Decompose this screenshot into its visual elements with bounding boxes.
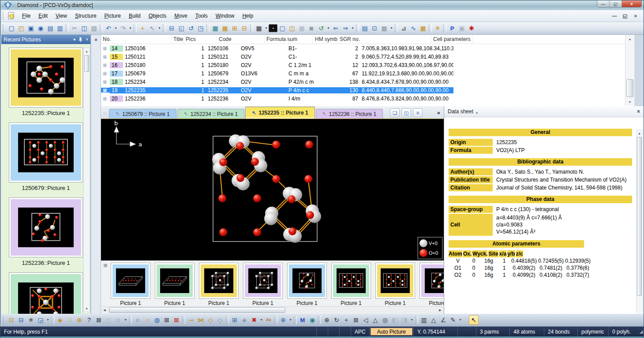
close-button[interactable]: × bbox=[622, 0, 641, 7]
undo-icon[interactable]: ↶ bbox=[104, 23, 113, 33]
tray-picture-item[interactable]: Picture 1 bbox=[287, 263, 327, 306]
copy-icon[interactable]: ◫ bbox=[79, 23, 89, 33]
scale-icon[interactable]: ⊠ bbox=[351, 315, 361, 325]
atom-design-icon[interactable]: ◈ bbox=[55, 315, 65, 325]
select-caret-icon[interactable]: ▾ bbox=[157, 23, 162, 33]
scroll-up-icon[interactable]: ▲ bbox=[84, 48, 90, 54]
redo-caret-icon[interactable]: ▾ bbox=[128, 23, 133, 33]
scroll-down-icon[interactable]: ▼ bbox=[625, 98, 634, 105]
menu-item[interactable]: Help bbox=[238, 11, 257, 20]
fragment-icon[interactable]: ◻ bbox=[104, 315, 113, 325]
cut-icon[interactable]: ✂ bbox=[70, 23, 79, 33]
column-header[interactable]: Pics bbox=[184, 35, 217, 44]
dotted-sphere-icon[interactable]: ◌ bbox=[113, 315, 123, 325]
panel-close-icon[interactable]: × bbox=[86, 37, 88, 42]
scrollbar-thumb[interactable] bbox=[626, 79, 633, 97]
save-icon[interactable]: ▣ bbox=[26, 23, 36, 33]
edit-comment-icon[interactable]: ⊟ bbox=[16, 315, 26, 325]
new-picture-tab-button[interactable]: ❏ bbox=[390, 108, 400, 117]
data-grid-icon[interactable]: ▦ bbox=[254, 23, 264, 33]
recent-picture-item[interactable]: 1252236::Picture 1 bbox=[9, 197, 83, 266]
render-icon[interactable]: ◉ bbox=[307, 315, 317, 325]
table-view-caret-icon[interactable]: ▾ bbox=[389, 23, 394, 33]
column-header[interactable]: Formula sum bbox=[265, 35, 313, 44]
structure-row[interactable]: ▦ 15 1250121 1 1250121 O2V C1- 2 9.060,5… bbox=[101, 52, 634, 61]
table-import-icon[interactable]: ⊞ bbox=[230, 23, 240, 33]
color-caret-icon[interactable]: ▾ bbox=[288, 315, 293, 325]
find-icon[interactable]: ◉ bbox=[36, 23, 45, 33]
undo-caret-icon[interactable]: ▾ bbox=[113, 23, 118, 33]
picture-thumbnail-icon[interactable]: ▪ bbox=[269, 24, 277, 32]
structure-row[interactable]: ▦ 14 1250106 1 1250106 O9V5 B1- 2 7.005,… bbox=[101, 44, 634, 52]
scroll-down-icon[interactable]: ▼ bbox=[84, 305, 90, 312]
fly-icon[interactable]: ◨ bbox=[400, 315, 409, 325]
new-document-icon[interactable]: ▢ bbox=[7, 23, 16, 33]
recent-list-scrollbar[interactable]: ▲ ▼ bbox=[83, 48, 90, 312]
scrollbar-thumb[interactable] bbox=[84, 55, 89, 72]
data-sheet-header[interactable]: Data sheet ▾ × bbox=[444, 106, 644, 117]
color-scheme-icon[interactable]: ⊕ bbox=[278, 315, 288, 325]
next-caret-icon[interactable]: ▾ bbox=[350, 23, 355, 33]
picture-pane-icon[interactable]: ◱ bbox=[176, 23, 186, 33]
datasheet-view-icon[interactable]: ▤ bbox=[360, 23, 370, 33]
table-green-icon[interactable]: ▦ bbox=[210, 23, 220, 33]
cell-hexagon-filled-icon[interactable]: ○ bbox=[142, 315, 152, 325]
polyhedron-add-icon[interactable]: ◇ bbox=[206, 315, 215, 325]
structure-row[interactable]: ▦ 20 1252236 1 1252236 O2V I 4/m 87 8.47… bbox=[101, 94, 634, 103]
new-picture-icon[interactable]: ▢ bbox=[277, 23, 287, 33]
pack-cell-icon[interactable]: ◍ bbox=[152, 315, 162, 325]
dihedral-measure-icon[interactable]: ∠ bbox=[438, 315, 448, 325]
picture-properties-icon[interactable]: ⊡ bbox=[7, 315, 16, 325]
cell-hexagon-icon[interactable]: ○ bbox=[133, 315, 142, 325]
camera-icon[interactable]: ▣ bbox=[457, 23, 467, 33]
document-icon[interactable] bbox=[7, 12, 15, 20]
print-preview-icon[interactable]: ▤ bbox=[45, 23, 55, 33]
fill-cell-icon[interactable]: ⊠ bbox=[162, 315, 172, 325]
table-view-icon[interactable]: ▦ bbox=[379, 23, 389, 33]
column-header[interactable]: No. bbox=[101, 35, 172, 44]
fe-label-icon[interactable]: Fe bbox=[264, 315, 273, 325]
picture-tab[interactable]: ↖ 1252236 :: Picture 1 bbox=[316, 109, 383, 119]
column-header[interactable]: SGR no. bbox=[338, 35, 431, 44]
translate-icon[interactable]: ⊕ bbox=[322, 315, 332, 325]
scroll-left-icon[interactable]: ◀ bbox=[101, 307, 108, 313]
tray-picture-item[interactable]: Picture 1 bbox=[199, 263, 239, 306]
scrollbar-thumb[interactable] bbox=[637, 137, 642, 296]
spin-icon[interactable]: △ bbox=[371, 315, 380, 325]
tray-picture-item[interactable]: Picture 1 bbox=[375, 263, 415, 306]
recent-picture-item[interactable] bbox=[9, 272, 83, 314]
gallery-icon[interactable]: ▦ bbox=[297, 23, 307, 33]
assistant-icon[interactable]: ✳ bbox=[433, 23, 442, 33]
structure-row[interactable]: ▦ 19 1252235 1 1252235 O2V P 4/n c c 130… bbox=[101, 86, 634, 94]
picture-tab[interactable]: ↖ 1250679 :: Picture 1 bbox=[109, 109, 176, 119]
data-sheet-close-icon[interactable]: × bbox=[637, 108, 640, 115]
title-bar[interactable]: Diamond - [PCD-VxOy.diamdoc] — ◱ × bbox=[0, 0, 644, 10]
tray-picture-item[interactable]: Picture 1 bbox=[331, 263, 371, 306]
column-header[interactable]: HM symbol bbox=[313, 35, 338, 44]
structure-row[interactable]: ▦ 18 1252234 1 1252234 O2V P 42/n c m 13… bbox=[101, 78, 634, 86]
tab-strip-handle-icon[interactable]: ∷ bbox=[101, 109, 109, 118]
table-pane-close-icon[interactable]: × bbox=[93, 36, 100, 43]
fill-slab-icon[interactable]: ⊠ bbox=[172, 315, 181, 325]
sphere-caret-icon[interactable]: ▾ bbox=[123, 315, 128, 325]
mdi-close-icon[interactable]: × bbox=[632, 13, 639, 19]
build-wizard-icon[interactable]: ✳ bbox=[26, 315, 36, 325]
resize-grip-icon[interactable]: ◢ bbox=[637, 329, 644, 334]
angle-measure-icon[interactable]: △ bbox=[429, 315, 438, 325]
minimize-button[interactable]: — bbox=[597, 0, 610, 7]
add-atoms-icon[interactable]: ∷ bbox=[65, 315, 75, 325]
orientation-icon[interactable]: ◈ bbox=[240, 315, 249, 325]
pointer-tool-icon[interactable]: ↖ bbox=[469, 315, 479, 325]
arrange-pictures-button[interactable]: ◫ bbox=[401, 108, 411, 117]
tray-scrollbar[interactable]: ◀ ▶ bbox=[101, 306, 444, 313]
menu-item[interactable]: Window bbox=[212, 11, 239, 20]
delete-caret-icon[interactable]: ▾ bbox=[259, 315, 264, 325]
data-table-icon[interactable]: ▦ bbox=[418, 23, 428, 33]
rotate-icon[interactable]: ↻ bbox=[332, 315, 341, 325]
menu-item[interactable]: Edit bbox=[34, 11, 52, 20]
column-header[interactable]: Title bbox=[172, 35, 184, 44]
connect-atoms-icon[interactable]: ⊠ bbox=[94, 315, 104, 325]
delete-atoms-icon[interactable]: ✖ bbox=[249, 315, 259, 325]
scroll-right-icon[interactable]: ▶ bbox=[437, 307, 444, 313]
table-scrollbar[interactable]: ▲ ▼ bbox=[625, 35, 634, 106]
